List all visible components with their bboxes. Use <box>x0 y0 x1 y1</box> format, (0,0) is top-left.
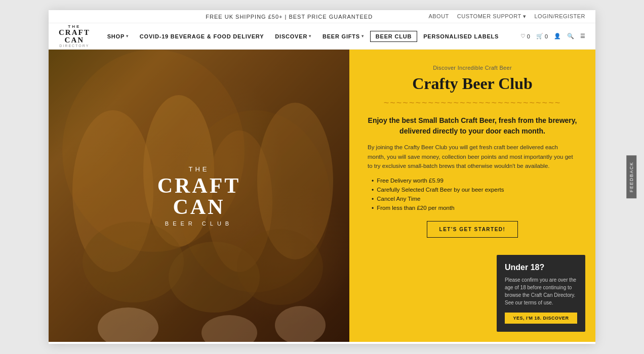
age-card-title: Under 18? <box>505 263 577 272</box>
main-nav: THE CRAFT CAN DIRECTORY SHOP ▾ COVID-19 … <box>49 23 595 50</box>
announcement-text: FREE UK SHIPPING £50+ | BEST PRICE GUARA… <box>150 14 428 20</box>
age-confirm-button[interactable]: YES, I'M 18. DISCOVER <box>505 313 577 324</box>
wishlist-btn[interactable]: ♡ 0 <box>520 33 530 39</box>
benefit-item: Carefully Selected Craft Beer by our bee… <box>372 187 577 194</box>
get-started-button[interactable]: LET'S GET STARTED! <box>427 221 518 238</box>
age-card-text: Please confirm you are over the age of 1… <box>505 276 577 306</box>
top-nav-login[interactable]: LOGIN/REGISTER <box>534 13 585 20</box>
chevron-down-icon: ▾ <box>361 34 364 38</box>
announcement-bar: FREE UK SHIPPING £50+ | BEST PRICE GUARA… <box>49 10 595 23</box>
page-wrapper: FREE UK SHIPPING £50+ | BEST PRICE GUARA… <box>49 10 595 344</box>
heart-icon: ♡ <box>520 33 526 39</box>
nav-shop[interactable]: SHOP ▾ <box>102 30 134 42</box>
search-icon: 🔍 <box>567 33 574 39</box>
benefit-item: Free Delivery worth £5.99 <box>372 178 577 185</box>
feedback-tab[interactable]: FEEDBACK <box>627 156 637 199</box>
hero-subtitle: Discover Incredible Craft Beer <box>368 65 577 71</box>
chevron-down-icon: ▾ <box>126 34 129 38</box>
svg-point-9 <box>275 306 326 342</box>
decorative-divider: ~~~~~~~~~~~~~~~~~~~~~~~~~~~~ <box>368 98 577 108</box>
nav-links: SHOP ▾ COVID-19 BEVERAGE & FOOD DELIVERY… <box>102 30 520 42</box>
hamburger-icon: ☰ <box>580 33 585 39</box>
svg-point-8 <box>202 315 257 342</box>
nav-icons: ♡ 0 🛒 0 👤 🔍 ☰ <box>520 33 585 39</box>
hero-text-overlay: THE CRAFT CAN BEER CLUB <box>157 165 241 227</box>
hero-main-title: Crafty Beer Club <box>368 75 577 93</box>
hero-paragraph: By joining the Crafty Beer Club you will… <box>368 143 577 170</box>
benefit-item: Cancel Any Time <box>372 196 577 203</box>
hero-content-side: Discover Incredible Craft Beer Crafty Be… <box>349 50 595 342</box>
benefit-item: From less than £20 per month <box>372 205 577 212</box>
logo[interactable]: THE CRAFT CAN DIRECTORY <box>59 25 90 48</box>
hero-image-side: THE CRAFT CAN BEER CLUB <box>49 50 349 342</box>
logo-craft: CRAFT <box>59 29 90 36</box>
hero-craft-text: CRAFT <box>157 175 241 196</box>
nav-covid[interactable]: COVID-19 BEVERAGE & FOOD DELIVERY <box>135 30 269 42</box>
nav-beer-gifts[interactable]: BEER GIFTS ▾ <box>317 30 369 42</box>
wishlist-count: 0 <box>527 33 530 39</box>
top-nav: ABOUT CUSTOMER SUPPORT ▾ LOGIN/REGISTER <box>428 13 585 20</box>
cart-btn[interactable]: 🛒 0 <box>536 33 548 39</box>
menu-btn[interactable]: ☰ <box>580 33 585 39</box>
hero-the-text: THE <box>157 165 241 173</box>
logo-directory: DIRECTORY <box>59 44 89 48</box>
top-nav-about[interactable]: ABOUT <box>428 13 449 20</box>
nav-discover[interactable]: DISCOVER ▾ <box>270 30 316 42</box>
nav-personalised-labels[interactable]: PERSONALISED LABELS <box>418 30 504 42</box>
hero-split: THE CRAFT CAN BEER CLUB Discover Incredi… <box>49 50 595 342</box>
hero-can-text: CAN <box>157 196 241 217</box>
top-nav-support[interactable]: CUSTOMER SUPPORT ▾ <box>457 13 527 20</box>
chevron-down-icon: ▾ <box>309 34 311 38</box>
hero-bold-text: Enjoy the best Small Batch Craft Beer, f… <box>368 115 577 137</box>
account-btn[interactable]: 👤 <box>554 33 561 39</box>
nav-beer-club[interactable]: BEER CLUB <box>370 31 417 42</box>
age-verification-card: Under 18? Please confirm you are over th… <box>497 255 585 332</box>
cart-icon: 🛒 <box>536 33 543 39</box>
user-icon: 👤 <box>554 33 561 39</box>
svg-point-7 <box>98 307 158 342</box>
benefits-list: Free Delivery worth £5.99 Carefully Sele… <box>368 178 577 212</box>
logo-can: CAN <box>65 36 85 44</box>
hero-club-text: BEER CLUB <box>157 220 241 227</box>
cart-count: 0 <box>545 33 548 39</box>
search-btn[interactable]: 🔍 <box>567 33 574 39</box>
